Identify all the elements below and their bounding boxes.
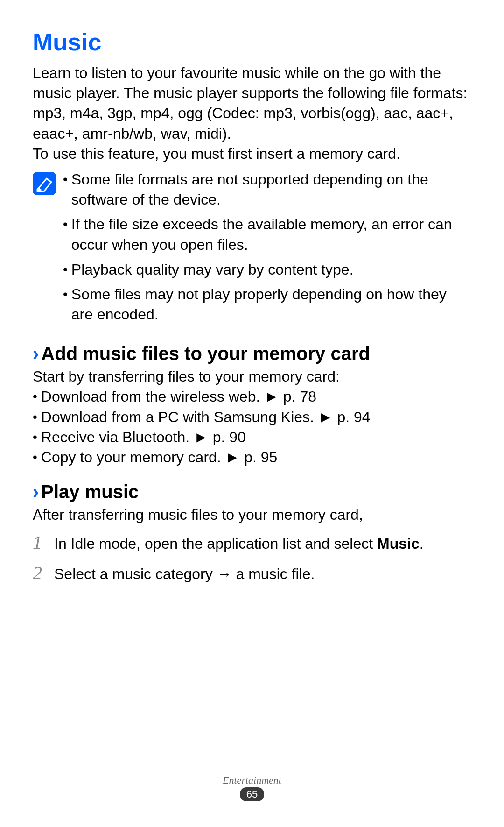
chevron-icon: ›	[33, 343, 39, 364]
note-text: Playback quality may vary by content typ…	[71, 260, 354, 280]
bullet-icon: •	[33, 447, 37, 467]
note-text: If the file size exceeds the available m…	[71, 214, 471, 254]
notice-paragraph: To use this feature, you must first inse…	[33, 144, 471, 164]
step-number: 1	[33, 529, 46, 557]
note-item: •If the file size exceeds the available …	[63, 214, 471, 254]
step-suffix: .	[420, 535, 424, 552]
bullet-icon: •	[63, 284, 68, 304]
page-number-badge: 65	[240, 787, 264, 801]
bullet-icon: •	[63, 214, 68, 234]
list-item: •Receive via Bluetooth. ► p. 90	[33, 427, 471, 447]
main-heading: Music	[33, 28, 471, 56]
step-item: 2 Select a music category → a music file…	[33, 559, 471, 587]
step-prefix: Select a music category → a music file.	[54, 565, 315, 582]
note-item: •Some file formats are not supported dep…	[63, 170, 471, 210]
note-text: Some files may not play properly dependi…	[71, 284, 471, 325]
note-item: •Some files may not play properly depend…	[63, 284, 471, 325]
item-text: Copy to your memory card. ► p. 95	[41, 447, 278, 467]
bullet-list: •Download from the wireless web. ► p. 78…	[33, 387, 471, 467]
chevron-icon: ›	[33, 481, 39, 502]
section-intro: Start by transferring files to your memo…	[33, 367, 471, 387]
item-text: Download from the wireless web. ► p. 78	[41, 387, 316, 407]
section-intro: After transferring music files to your m…	[33, 505, 471, 525]
page-footer: Entertainment 65	[0, 774, 504, 801]
bullet-icon: •	[33, 407, 37, 427]
bullet-icon: •	[63, 170, 68, 189]
step-prefix: In Idle mode, open the application list …	[54, 535, 377, 552]
step-number: 2	[33, 559, 46, 587]
item-text: Download from a PC with Samsung Kies. ► …	[41, 407, 371, 427]
section-heading-add-files: ›Add music files to your memory card	[33, 343, 471, 364]
list-item: •Download from the wireless web. ► p. 78	[33, 387, 471, 407]
note-block: •Some file formats are not supported dep…	[33, 170, 471, 329]
item-text: Receive via Bluetooth. ► p. 90	[41, 427, 246, 447]
section-heading-play-music: ›Play music	[33, 481, 471, 502]
intro-paragraph: Learn to listen to your favourite music …	[33, 63, 471, 144]
bullet-icon: •	[33, 387, 37, 406]
bullet-icon: •	[63, 260, 68, 279]
footer-category: Entertainment	[0, 774, 504, 786]
note-icon	[33, 172, 56, 195]
step-bold: Music	[377, 535, 420, 552]
step-text: In Idle mode, open the application list …	[54, 532, 424, 555]
note-item: •Playback quality may vary by content ty…	[63, 260, 471, 280]
step-text: Select a music category → a music file.	[54, 563, 315, 585]
note-list: •Some file formats are not supported dep…	[63, 170, 471, 329]
list-item: •Copy to your memory card. ► p. 95	[33, 447, 471, 467]
section-title: Play music	[41, 481, 139, 502]
bullet-icon: •	[33, 427, 37, 447]
step-item: 1 In Idle mode, open the application lis…	[33, 529, 471, 557]
numbered-list: 1 In Idle mode, open the application lis…	[33, 529, 471, 587]
note-text: Some file formats are not supported depe…	[71, 170, 471, 210]
list-item: •Download from a PC with Samsung Kies. ►…	[33, 407, 471, 427]
section-title: Add music files to your memory card	[41, 343, 370, 364]
